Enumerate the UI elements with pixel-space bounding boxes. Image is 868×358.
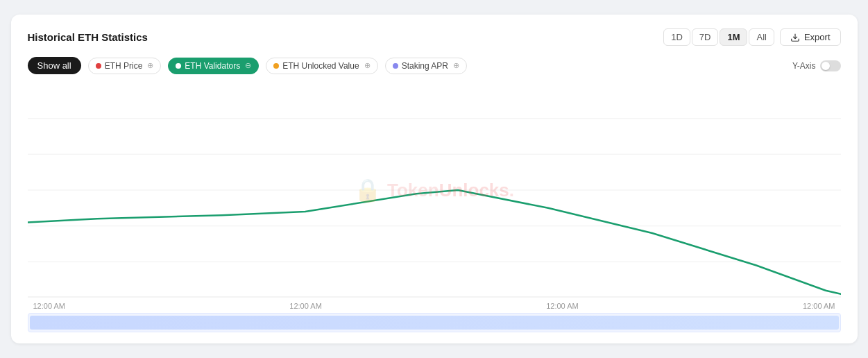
eth-validators-line	[28, 190, 841, 294]
page-title: Historical ETH Statistics	[28, 31, 148, 43]
eth-price-dot	[96, 63, 101, 69]
x-label-1: 12:00 AM	[289, 302, 321, 310]
show-all-button[interactable]: Show all	[28, 57, 81, 74]
x-label-0: 12:00 AM	[33, 302, 65, 310]
eth-validators-label: ETH Validators	[185, 61, 240, 71]
y-axis-label: Y-Axis	[792, 61, 816, 71]
eth-unlocked-close-icon[interactable]: ⊕	[364, 61, 371, 70]
eth-validators-close-icon[interactable]: ⊖	[245, 61, 251, 70]
y-axis-toggle[interactable]	[820, 60, 841, 71]
export-icon	[790, 33, 800, 42]
eth-unlocked-dot	[273, 63, 279, 69]
filter-eth-unlocked[interactable]: ETH Unlocked Value ⊕	[266, 58, 378, 74]
filter-staking-apr[interactable]: Staking APR ⊕	[385, 58, 467, 74]
header-controls: 1D 7D 1M All Export	[663, 28, 840, 46]
btn-1m[interactable]: 1M	[720, 28, 747, 46]
filter-bar: Show all ETH Price ⊕ ETH Validators ⊖ ET…	[28, 57, 841, 74]
eth-validators-dot	[176, 63, 181, 69]
toggle-thumb	[822, 62, 830, 70]
card-header: Historical ETH Statistics 1D 7D 1M All E…	[28, 28, 841, 46]
chart-svg	[28, 83, 841, 298]
x-axis: 12:00 AM 12:00 AM 12:00 AM 12:00 AM	[28, 302, 841, 310]
btn-7d[interactable]: 7D	[692, 28, 719, 46]
eth-price-close-icon[interactable]: ⊕	[147, 61, 153, 70]
btn-all[interactable]: All	[749, 28, 774, 46]
staking-apr-close-icon[interactable]: ⊕	[453, 61, 459, 70]
eth-unlocked-label: ETH Unlocked Value	[282, 61, 359, 71]
btn-1d[interactable]: 1D	[663, 28, 690, 46]
staking-apr-label: Staking APR	[402, 61, 448, 71]
y-axis-control: Y-Axis	[792, 60, 841, 71]
staking-apr-dot	[393, 63, 398, 69]
export-button[interactable]: Export	[780, 28, 841, 46]
filter-eth-price[interactable]: ETH Price ⊕	[88, 58, 162, 74]
filter-tags: Show all ETH Price ⊕ ETH Validators ⊖ ET…	[28, 57, 468, 74]
eth-price-label: ETH Price	[105, 61, 143, 71]
chart-scrollbar[interactable]	[28, 313, 841, 332]
main-card: Historical ETH Statistics 1D 7D 1M All E…	[11, 15, 858, 343]
x-label-2: 12:00 AM	[546, 302, 578, 310]
time-filter-group: 1D 7D 1M All	[663, 28, 774, 46]
x-label-3: 12:00 AM	[803, 302, 835, 310]
scrollbar-thumb[interactable]	[30, 316, 839, 330]
chart-area: 🔒 TokenUnlocks.	[28, 83, 841, 298]
filter-eth-validators[interactable]: ETH Validators ⊖	[168, 58, 259, 74]
